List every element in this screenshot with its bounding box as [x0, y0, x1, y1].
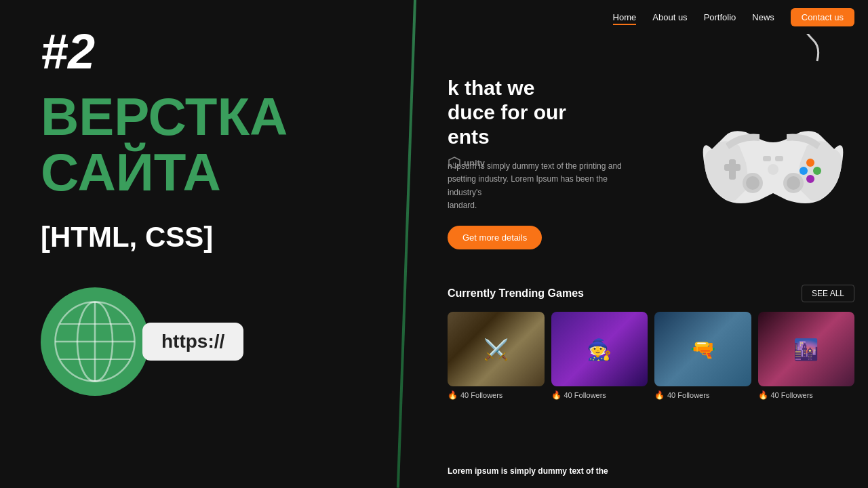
title-line1: ВЕРСТКА	[41, 87, 288, 146]
globe-icon	[41, 287, 149, 396]
game-card-1: ⚔️ 🔥 40 Followers	[448, 312, 545, 400]
bottom-text-bar: Lorem ipsum is simply dummy text of the	[434, 454, 868, 488]
nav-portfolio[interactable]: Portfolio	[704, 12, 736, 22]
globe-svg	[51, 298, 139, 386]
controller-wire	[746, 34, 827, 81]
game-followers-2: 🔥 40 Followers	[551, 390, 648, 400]
title-text: ВЕРСТКА САЙТА	[41, 89, 288, 201]
flame-icon-3: 🔥	[654, 390, 665, 400]
flame-icon-1: 🔥	[448, 390, 458, 400]
game-card-3: 🔫 🔥 40 Followers	[654, 312, 751, 400]
game-followers-1: 🔥 40 Followers	[448, 390, 545, 400]
game-figure-2: 🧙	[551, 312, 648, 386]
left-panel: #2 ВЕРСТКА САЙТА [HTML, CSS] https://	[0, 0, 434, 488]
game-followers-3: 🔥 40 Followers	[654, 390, 751, 400]
navigation: Home About us Portfolio News Contact us	[434, 0, 868, 34]
bottom-lorem-text: Lorem ipsum is simply dummy text of the	[448, 466, 608, 476]
trending-title: Currently Trending Games	[448, 287, 584, 300]
globe-container: https://	[41, 287, 243, 396]
game-thumbnail-3: 🔫	[654, 312, 751, 386]
see-all-button[interactable]: SEE ALL	[802, 285, 854, 302]
right-panel: Home About us Portfolio News Contact us …	[434, 0, 868, 488]
nav-home[interactable]: Home	[613, 12, 637, 22]
hero-cta-button[interactable]: Get more details	[448, 226, 542, 249]
game-card-2: 🧙 🔥 40 Followers	[551, 312, 648, 400]
nav-contact-button[interactable]: Contact us	[791, 8, 854, 26]
episode-number: #2	[41, 27, 95, 76]
trending-header: Currently Trending Games SEE ALL	[448, 285, 854, 302]
unity-label: unity	[464, 158, 485, 168]
title-line2: САЙТА	[41, 142, 221, 202]
flame-icon-4: 🔥	[758, 390, 768, 400]
game-figure-1: ⚔️	[448, 312, 545, 386]
nav-news[interactable]: News	[752, 12, 774, 22]
hero-section: u unity k that we duce for our ents n Ip…	[434, 34, 868, 291]
game-thumbnail-1: ⚔️	[448, 312, 545, 386]
svg-text:u: u	[453, 161, 456, 167]
game-thumbnail-4: 🌆	[758, 312, 855, 386]
game-figure-4: 🌆	[758, 312, 855, 386]
nav-about[interactable]: About us	[652, 12, 687, 22]
trending-section: Currently Trending Games SEE ALL ⚔️ 🔥 40…	[434, 285, 868, 400]
https-label: https://	[142, 323, 243, 361]
flame-icon-2: 🔥	[551, 390, 561, 400]
unity-logo-area: u unity	[448, 156, 485, 169]
game-followers-4: 🔥 40 Followers	[758, 390, 855, 400]
game-card-4: 🌆 🔥 40 Followers	[758, 312, 855, 400]
games-grid: ⚔️ 🔥 40 Followers 🧙 🔥 40 Followers	[448, 312, 854, 400]
subtitle-text: [HTML, CSS]	[41, 221, 213, 253]
hero-text-block: u unity k that we duce for our ents n Ip…	[448, 76, 854, 249]
game-thumbnail-2: 🧙	[551, 312, 648, 386]
game-figure-3: 🔫	[654, 312, 751, 386]
hero-heading: k that we duce for our ents	[448, 76, 854, 149]
